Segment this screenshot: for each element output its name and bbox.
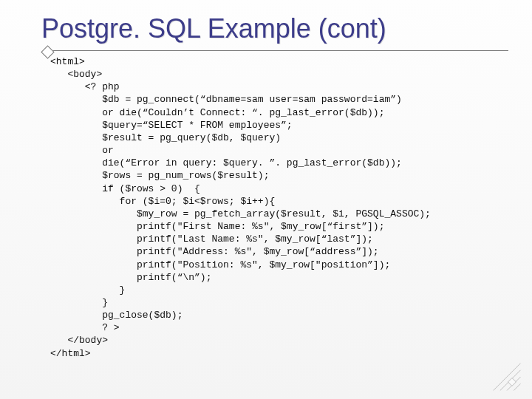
corner-ornament-icon xyxy=(488,358,522,392)
code-block: <html> <body> <? php $db = pg_connect(“d… xyxy=(50,55,514,360)
svg-line-3 xyxy=(514,383,520,390)
slide: Postgre. SQL Example (cont) <html> <body… xyxy=(0,0,532,399)
slide-title: Postgre. SQL Example (cont) xyxy=(41,13,514,44)
svg-rect-4 xyxy=(508,378,516,386)
svg-line-0 xyxy=(494,364,521,391)
title-rule xyxy=(50,50,508,51)
